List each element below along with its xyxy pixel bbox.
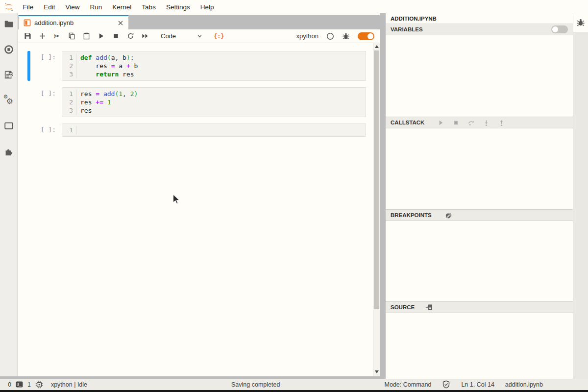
source-section-header[interactable]: SOURCE bbox=[386, 302, 573, 313]
step-over-button[interactable] bbox=[467, 119, 475, 126]
running-kernels-icon[interactable] bbox=[3, 44, 14, 55]
menu-item-view[interactable]: View bbox=[60, 3, 85, 11]
code-line: 2 res = a + b bbox=[62, 62, 366, 70]
scroll-up-arrow-icon[interactable] bbox=[375, 45, 379, 48]
continue-button[interactable] bbox=[437, 119, 444, 126]
paste-button[interactable] bbox=[82, 32, 90, 40]
kernel-status-circle-icon[interactable] bbox=[326, 32, 334, 40]
cell-type-value: Code bbox=[161, 32, 176, 40]
step-out-button[interactable] bbox=[498, 119, 505, 126]
debugger-tab[interactable] bbox=[573, 13, 588, 32]
cell-editor[interactable]: 1 bbox=[62, 123, 366, 137]
menu-item-help[interactable]: Help bbox=[195, 3, 219, 11]
terminate-button[interactable] bbox=[452, 119, 460, 126]
notebook-icon bbox=[24, 19, 31, 26]
run-button[interactable] bbox=[97, 32, 105, 40]
line-number: 3 bbox=[62, 106, 76, 115]
line-number: 1 bbox=[62, 53, 76, 62]
source-body bbox=[386, 313, 573, 379]
toolbar-toggle-on[interactable] bbox=[358, 32, 374, 40]
restart-kernel-button[interactable] bbox=[126, 32, 134, 40]
breakpoints-section-header[interactable]: BREAKPOINTS bbox=[386, 210, 573, 221]
active-filename: addition.ipynb bbox=[505, 381, 543, 388]
kernel-status-text[interactable]: xpython | Idle bbox=[51, 381, 87, 388]
notebook-cells: [ ]:1def add(a, b):2 res = a + b3 return… bbox=[18, 43, 373, 376]
cell-prompt: [ ]: bbox=[30, 87, 62, 117]
menu-item-tabs[interactable]: Tabs bbox=[137, 3, 161, 11]
window-bottom-edge bbox=[0, 390, 588, 392]
menu-item-settings[interactable]: Settings bbox=[161, 3, 195, 11]
save-button[interactable] bbox=[24, 32, 31, 40]
open-tabs-icon[interactable] bbox=[3, 121, 14, 131]
insert-cell-button[interactable] bbox=[38, 32, 46, 40]
running-sessions-status[interactable]: 0 $_ 1 bbox=[8, 381, 43, 389]
menu-item-run[interactable]: Run bbox=[85, 3, 107, 11]
menu-item-edit[interactable]: Edit bbox=[39, 3, 60, 11]
line-number: 2 bbox=[62, 98, 76, 106]
line-number: 1 bbox=[62, 90, 76, 98]
inspector-icon[interactable] bbox=[3, 70, 14, 80]
notebook-cell[interactable]: [ ]:1def add(a, b):2 res = a + b3 return… bbox=[27, 51, 366, 81]
close-icon[interactable] bbox=[118, 20, 123, 26]
right-sidebar bbox=[573, 13, 588, 379]
command-mode-indicator[interactable]: Mode: Command bbox=[385, 381, 432, 388]
menu-bar-items: FileEditViewRunKernelTabsSettingsHelp bbox=[18, 2, 219, 11]
file-browser-icon[interactable] bbox=[3, 19, 14, 29]
debugger-panel-title: ADDITION.IPYNB bbox=[386, 13, 573, 24]
scroll-down-arrow-icon[interactable] bbox=[375, 370, 379, 373]
cell-prompt: [ ]: bbox=[30, 123, 62, 137]
tab-addition-ipynb[interactable]: addition.ipynb bbox=[19, 15, 128, 29]
cell-prompt: [ ]: bbox=[30, 51, 62, 81]
trust-shield-icon[interactable] bbox=[442, 380, 450, 389]
step-in-button[interactable] bbox=[483, 119, 490, 126]
panel-divider[interactable] bbox=[380, 13, 386, 379]
close-all-breakpoints-icon[interactable] bbox=[444, 211, 453, 220]
callstack-section-header[interactable]: CALLSTACK bbox=[386, 117, 573, 128]
left-sidebar: ⚙ ⚙ bbox=[0, 13, 18, 379]
code-line: 3res bbox=[62, 106, 366, 115]
stop-button[interactable] bbox=[112, 32, 120, 40]
status-bar: 0 $_ 1 xpython | Idle Saving completed M… bbox=[0, 379, 588, 390]
chevron-down-icon bbox=[196, 33, 203, 39]
menu-item-kernel[interactable]: Kernel bbox=[107, 3, 137, 11]
cell-type-select[interactable]: Code bbox=[161, 32, 203, 40]
callstack-label: CALLSTACK bbox=[391, 120, 424, 125]
notebook-toolbar: ✂ Code {:} xpython bbox=[18, 29, 380, 43]
variables-body bbox=[386, 35, 573, 117]
breakpoints-label: BREAKPOINTS bbox=[391, 212, 432, 218]
run-all-button[interactable] bbox=[141, 32, 149, 40]
line-number: 1 bbox=[62, 126, 76, 134]
jupyter-logo-icon bbox=[0, 1, 18, 12]
terminal-count: 0 bbox=[8, 381, 11, 388]
main-dock-panel: addition.ipynb ✂ bbox=[18, 13, 380, 376]
save-status-message: Saving completed bbox=[231, 381, 280, 388]
menu-item-file[interactable]: File bbox=[18, 3, 39, 11]
code-line: 1res = add(1, 2) bbox=[62, 90, 366, 98]
notebook-scrollbar[interactable] bbox=[373, 43, 380, 376]
tab-bar: addition.ipynb bbox=[18, 13, 380, 29]
cut-button[interactable]: ✂ bbox=[53, 32, 61, 40]
tab-title: addition.ipynb bbox=[34, 19, 74, 26]
open-source-icon[interactable] bbox=[425, 303, 433, 311]
notebook-cell[interactable]: [ ]:1 bbox=[27, 123, 366, 137]
cursor-position-indicator[interactable]: Ln 1, Col 14 bbox=[461, 381, 494, 388]
kernel-chip-icon bbox=[35, 381, 43, 389]
bug-icon[interactable] bbox=[342, 32, 350, 40]
variables-toggle-off[interactable] bbox=[551, 25, 568, 33]
kernel-name-label[interactable]: xpython bbox=[296, 32, 318, 40]
extensions-icon[interactable] bbox=[3, 146, 14, 157]
variables-section-header[interactable]: VARIABLES bbox=[386, 24, 573, 35]
scrollbar-thumb[interactable] bbox=[374, 50, 379, 309]
svg-text:$_: $_ bbox=[17, 382, 22, 387]
mouse-cursor bbox=[172, 194, 181, 205]
copy-button[interactable] bbox=[68, 32, 75, 40]
notebook-cell[interactable]: [ ]:1res = add(1, 2)2res += 13res bbox=[27, 87, 366, 117]
source-label: SOURCE bbox=[391, 304, 415, 310]
kernel-count: 1 bbox=[27, 381, 31, 388]
breakpoints-body bbox=[386, 221, 573, 302]
property-inspector-gears-icon[interactable]: ⚙ ⚙ bbox=[3, 95, 14, 106]
cell-editor[interactable]: 1def add(a, b):2 res = a + b3 return res bbox=[62, 51, 366, 81]
debugger-panel: ADDITION.IPYNB VARIABLES CALLSTACK BREAK… bbox=[386, 13, 573, 379]
format-code-button[interactable]: {:} bbox=[214, 33, 224, 40]
cell-editor[interactable]: 1res = add(1, 2)2res += 13res bbox=[62, 87, 366, 117]
